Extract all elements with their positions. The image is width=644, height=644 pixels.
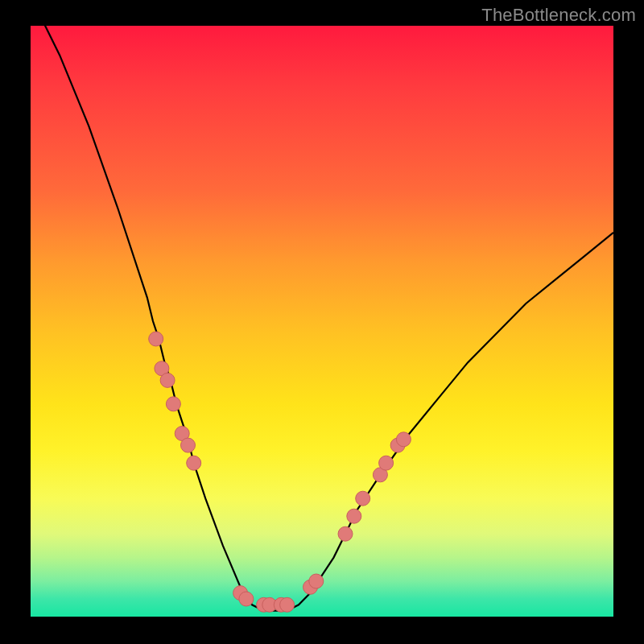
watermark-label: TheBottleneck.com xyxy=(481,5,636,26)
highlight-dot xyxy=(187,456,201,470)
bottleneck-curve xyxy=(31,0,613,611)
bottleneck-curve-svg xyxy=(31,26,613,617)
highlight-dot xyxy=(379,456,394,470)
highlight-dot xyxy=(181,438,196,452)
chart-frame: TheBottleneck.com xyxy=(0,0,644,644)
highlight-dot xyxy=(356,491,370,506)
highlight-dot xyxy=(280,597,295,612)
highlight-dots xyxy=(149,332,411,612)
highlight-dot xyxy=(166,397,180,411)
highlight-dot xyxy=(239,592,254,606)
highlight-dot xyxy=(396,432,411,447)
highlight-dot xyxy=(338,526,353,541)
highlight-dot xyxy=(149,332,163,346)
plot-area xyxy=(31,26,613,617)
highlight-dot xyxy=(309,574,324,588)
highlight-dot xyxy=(160,373,175,387)
highlight-dot xyxy=(347,509,361,523)
